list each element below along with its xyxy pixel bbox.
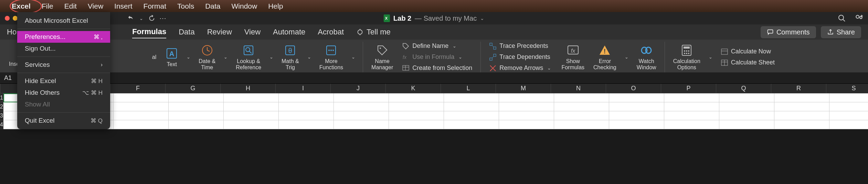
calculation-options-button[interactable]: Calculation Options — [671, 43, 702, 72]
tab-formulas[interactable]: Formulas — [132, 26, 166, 39]
row-header[interactable]: 1 — [0, 93, 3, 102]
cell[interactable] — [389, 93, 444, 102]
cell[interactable] — [114, 93, 169, 102]
close-window-button[interactable] — [5, 16, 10, 21]
caret[interactable]: ⌄ — [707, 54, 714, 60]
cell[interactable] — [444, 120, 499, 129]
caret[interactable]: ⌄ — [185, 54, 192, 60]
cell[interactable] — [664, 93, 719, 102]
cell[interactable] — [774, 102, 829, 111]
tab-data[interactable]: Data — [179, 26, 194, 38]
column-header[interactable]: K — [386, 84, 441, 93]
menu-about[interactable]: About Microsoft Excel — [17, 15, 110, 27]
comments-button[interactable]: Comments — [761, 26, 816, 38]
cell[interactable] — [554, 93, 609, 102]
tab-review[interactable]: Review — [207, 26, 232, 38]
menu-excel[interactable]: Excel — [6, 1, 36, 12]
cell[interactable] — [499, 93, 554, 102]
more-qat-icon[interactable]: ⋯ — [159, 14, 167, 22]
row-header[interactable]: 2 — [0, 102, 3, 111]
menu-insert[interactable]: Insert — [109, 1, 138, 12]
menu-window[interactable]: Window — [226, 1, 263, 12]
column-header[interactable]: S — [826, 84, 868, 93]
column-header[interactable]: M — [496, 84, 551, 93]
cell[interactable] — [609, 120, 664, 129]
cell[interactable] — [554, 111, 609, 120]
trace-precedents-button[interactable]: Trace Precedents — [487, 42, 554, 51]
menu-preferences[interactable]: Preferences... ⌘ , — [17, 31, 110, 43]
cell[interactable] — [609, 111, 664, 120]
coauthor-icon[interactable] — [854, 14, 863, 23]
cell[interactable] — [224, 93, 279, 102]
cell[interactable] — [169, 93, 224, 102]
menu-format[interactable]: Format — [138, 1, 172, 12]
cell[interactable] — [609, 102, 664, 111]
cell[interactable] — [224, 120, 279, 129]
trace-dependents-button[interactable]: Trace Dependents — [487, 53, 554, 62]
cell[interactable] — [664, 111, 719, 120]
cell[interactable] — [389, 120, 444, 129]
menu-view[interactable]: View — [82, 1, 109, 12]
cell[interactable] — [334, 111, 389, 120]
cell[interactable] — [114, 102, 169, 111]
cell[interactable] — [774, 120, 829, 129]
partial-button[interactable]: al — [150, 43, 158, 72]
text-functions-button[interactable]: A Text — [163, 43, 180, 72]
tell-me-search[interactable]: Tell me — [356, 26, 391, 38]
calculate-now-button[interactable]: Calculate Now — [719, 47, 777, 56]
menu-signout[interactable]: Sign Out... — [17, 43, 110, 54]
tab-acrobat[interactable]: Acrobat — [318, 26, 344, 38]
column-header[interactable]: N — [551, 84, 606, 93]
cell[interactable] — [499, 111, 554, 120]
cell[interactable] — [114, 120, 169, 129]
column-header[interactable]: Q — [716, 84, 771, 93]
menu-hide-others[interactable]: Hide Others ⌥ ⌘ H — [17, 87, 110, 99]
cell[interactable] — [169, 120, 224, 129]
search-icon[interactable] — [838, 14, 846, 22]
cell[interactable] — [114, 111, 169, 120]
cell[interactable] — [389, 111, 444, 120]
undo-caret[interactable]: ⌄ — [138, 16, 145, 21]
menu-data[interactable]: Data — [200, 1, 226, 12]
minimize-window-button[interactable] — [13, 16, 18, 21]
caret[interactable]: ⌄ — [350, 54, 357, 60]
column-header[interactable]: G — [166, 84, 221, 93]
column-header[interactable]: F — [110, 84, 166, 93]
cell[interactable] — [664, 120, 719, 129]
menu-edit[interactable]: Edit — [59, 1, 82, 12]
column-header[interactable]: R — [771, 84, 826, 93]
cell[interactable] — [829, 93, 868, 102]
cell[interactable] — [279, 120, 334, 129]
remove-arrows-button[interactable]: Remove Arrows ⌄ — [487, 64, 554, 73]
column-header[interactable]: H — [221, 84, 276, 93]
cell[interactable] — [334, 93, 389, 102]
menu-help[interactable]: Help — [263, 1, 288, 12]
cell[interactable] — [169, 102, 224, 111]
redo-button[interactable] — [148, 14, 156, 22]
error-checking-button[interactable]: ! Error Checking — [591, 43, 618, 72]
date-time-button[interactable]: Date & Time — [197, 43, 218, 72]
menu-services[interactable]: Services › — [17, 59, 110, 71]
row-header[interactable]: 4 — [0, 120, 3, 129]
document-title[interactable]: Lab 2 — Saved to my Mac ⌄ — [384, 14, 484, 22]
column-header[interactable]: O — [606, 84, 661, 93]
column-header[interactable]: P — [661, 84, 716, 93]
more-functions-button[interactable]: More Functions — [317, 43, 345, 72]
cell[interactable] — [169, 111, 224, 120]
column-header[interactable]: L — [441, 84, 496, 93]
cell[interactable] — [829, 102, 868, 111]
menu-tools[interactable]: Tools — [172, 1, 200, 12]
caret[interactable]: ⌄ — [222, 54, 229, 60]
cell[interactable] — [224, 102, 279, 111]
row-header[interactable]: 3 — [0, 111, 3, 120]
caret[interactable]: ⌄ — [306, 54, 313, 60]
calculate-sheet-button[interactable]: Calculate Sheet — [719, 58, 777, 67]
menu-hide-excel[interactable]: Hide Excel ⌘ H — [17, 75, 110, 87]
math-trig-button[interactable]: θ Math & Trig — [279, 43, 301, 72]
menu-quit[interactable]: Quit Excel ⌘ Q — [17, 115, 110, 126]
cell[interactable] — [279, 93, 334, 102]
cell[interactable] — [499, 102, 554, 111]
cell[interactable] — [829, 111, 868, 120]
cell[interactable] — [499, 120, 554, 129]
cell[interactable] — [774, 111, 829, 120]
